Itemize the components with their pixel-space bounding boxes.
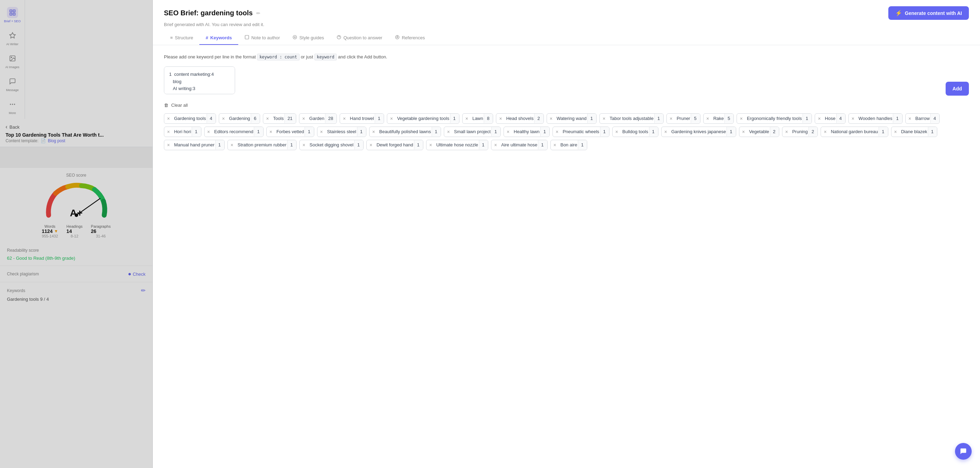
add-keyword-button[interactable]: Add bbox=[946, 82, 969, 96]
tag-text: Vegetable gardening tools bbox=[396, 114, 450, 123]
tab-question-to-answer[interactable]: Question to answer bbox=[330, 31, 388, 45]
tag-remove-button[interactable]: × bbox=[426, 140, 435, 150]
tag-text: Garden bbox=[308, 114, 325, 123]
tag-remove-button[interactable]: × bbox=[600, 114, 608, 123]
tab-style-guides[interactable]: Style guides bbox=[286, 31, 330, 45]
question-tab-icon bbox=[337, 35, 341, 41]
tag-remove-button[interactable]: × bbox=[164, 127, 173, 137]
stat-headings-range: 8-12 bbox=[66, 234, 82, 238]
sidebar-item-brief-seo[interactable]: Brief + SEO bbox=[4, 7, 21, 23]
tag-remove-button[interactable]: × bbox=[387, 114, 396, 123]
tag-remove-button[interactable]: × bbox=[703, 114, 712, 123]
tab-references[interactable]: References bbox=[388, 31, 431, 45]
tag-remove-button[interactable]: × bbox=[267, 127, 275, 137]
tag-remove-button[interactable]: × bbox=[228, 140, 236, 150]
tag-remove-button[interactable]: × bbox=[492, 140, 500, 150]
check-plagiarism-button[interactable]: ● Check bbox=[128, 271, 145, 277]
svg-point-5 bbox=[11, 57, 11, 58]
tag-count: 1 bbox=[192, 127, 201, 136]
blog-post-link[interactable]: Blog post bbox=[48, 138, 65, 143]
tab-note-to-author[interactable]: Note to author bbox=[238, 31, 286, 45]
tag-text: Pruner bbox=[675, 114, 691, 123]
tag-remove-button[interactable]: × bbox=[737, 114, 745, 123]
keyword-tag: ×Tools21 bbox=[263, 113, 296, 124]
tag-count: 1 bbox=[414, 140, 423, 150]
tab-keywords[interactable]: # Keywords bbox=[199, 31, 238, 45]
tag-text: Stratton premium rubber bbox=[236, 140, 287, 150]
keyword-tag: ×Dewit forged hand1 bbox=[366, 140, 423, 150]
tag-remove-button[interactable]: × bbox=[219, 114, 228, 123]
tag-remove-button[interactable]: × bbox=[849, 114, 857, 123]
tab-style-label: Style guides bbox=[299, 35, 324, 40]
chat-bubble[interactable] bbox=[955, 443, 972, 460]
tag-remove-button[interactable]: × bbox=[205, 127, 213, 137]
panel-title: SEO Brief: gardening tools bbox=[164, 9, 253, 17]
tag-count: 1 bbox=[254, 127, 263, 136]
plagiarism-section: Check plagiarism ● Check bbox=[0, 266, 153, 282]
tag-remove-button[interactable]: × bbox=[821, 127, 829, 137]
keyword-textarea[interactable]: 1 content marketing:4 blog AI writing:3 bbox=[164, 66, 235, 94]
tag-remove-button[interactable]: × bbox=[504, 127, 512, 137]
tag-remove-button[interactable]: × bbox=[444, 127, 452, 137]
sidebar-document-title: Top 10 Gardening Tools That Are Worth t.… bbox=[6, 132, 147, 138]
tag-remove-button[interactable]: × bbox=[906, 114, 914, 123]
svg-point-8 bbox=[14, 104, 15, 105]
tag-remove-button[interactable]: × bbox=[815, 114, 823, 123]
sidebar-item-message[interactable]: Message bbox=[6, 76, 19, 92]
sidebar-item-ai-images[interactable]: AI Images bbox=[5, 53, 19, 69]
clear-all-button[interactable]: 🗑 Clear all bbox=[164, 102, 969, 108]
tag-remove-button[interactable]: × bbox=[463, 114, 471, 123]
tag-remove-button[interactable]: × bbox=[164, 114, 173, 123]
tag-count: 21 bbox=[285, 114, 296, 123]
tag-remove-button[interactable]: × bbox=[369, 127, 378, 137]
readability-label: Readability score bbox=[7, 248, 145, 253]
keyword-tag: ×Gardening knives japanese1 bbox=[661, 126, 736, 137]
keyword-example-badge: keyword bbox=[314, 54, 337, 61]
tag-remove-button[interactable]: × bbox=[547, 114, 555, 123]
format-example-badge: keyword : count bbox=[257, 54, 299, 61]
tag-remove-button[interactable]: × bbox=[300, 140, 308, 150]
keywords-edit-button[interactable]: ✏ bbox=[141, 287, 145, 294]
tag-remove-button[interactable]: × bbox=[551, 140, 559, 150]
generate-content-button[interactable]: ⚡ Generate content with AI bbox=[888, 6, 969, 20]
svg-point-17 bbox=[396, 37, 398, 38]
tag-count: 1 bbox=[215, 140, 224, 150]
tag-remove-button[interactable]: × bbox=[667, 114, 675, 123]
tag-remove-button[interactable]: × bbox=[340, 114, 348, 123]
tag-text: Hori hori bbox=[173, 127, 192, 136]
keyword-tag: ×Diane blazek1 bbox=[891, 126, 938, 137]
tag-remove-button[interactable]: × bbox=[891, 127, 900, 137]
sidebar-item-ai-writer[interactable]: AI Writer bbox=[6, 30, 18, 46]
keyword-tag: ×Aire ultimate hose1 bbox=[491, 140, 547, 150]
keyword-tag: ×Healthy lawn1 bbox=[504, 126, 550, 137]
tab-keywords-label: Keywords bbox=[210, 35, 232, 40]
tag-count: 1 bbox=[928, 127, 937, 136]
sidebar-item-more[interactable]: More bbox=[7, 99, 18, 115]
tag-count: 1 bbox=[305, 127, 313, 136]
sidebar-item-more-label: More bbox=[9, 111, 16, 115]
tag-remove-button[interactable]: × bbox=[299, 114, 308, 123]
tab-structure[interactable]: ≡ Structure bbox=[164, 31, 199, 45]
tag-remove-button[interactable]: × bbox=[496, 114, 504, 123]
keywords-header: Keywords ✏ bbox=[7, 287, 145, 294]
stat-words: Words 1124 ▼ 955-1432 bbox=[42, 224, 58, 238]
tag-remove-button[interactable]: × bbox=[553, 127, 561, 137]
tag-text: Wooden handles bbox=[857, 114, 893, 123]
tag-remove-button[interactable]: × bbox=[662, 127, 670, 137]
tag-remove-button[interactable]: × bbox=[263, 114, 272, 123]
tag-remove-button[interactable]: × bbox=[317, 127, 326, 137]
tag-remove-button[interactable]: × bbox=[367, 140, 375, 150]
tag-remove-button[interactable]: × bbox=[164, 140, 173, 150]
content-template-row: Content template: 📄 Blog post bbox=[6, 138, 147, 143]
tag-count: 5 bbox=[724, 114, 733, 123]
keyword-instructions: Please add one keyword per line in the f… bbox=[164, 54, 969, 61]
back-button[interactable]: ‹ Back bbox=[6, 124, 147, 130]
dot-icon: ● bbox=[128, 271, 131, 277]
structure-tab-icon: ≡ bbox=[170, 35, 173, 40]
tag-text: Socket digging shovel bbox=[308, 140, 354, 150]
edit-title-icon[interactable]: ✏ bbox=[256, 10, 261, 16]
tag-remove-button[interactable]: × bbox=[739, 127, 748, 137]
keyword-tag: ×Lawn8 bbox=[462, 113, 493, 124]
tag-remove-button[interactable]: × bbox=[783, 127, 791, 137]
tag-remove-button[interactable]: × bbox=[612, 127, 621, 137]
